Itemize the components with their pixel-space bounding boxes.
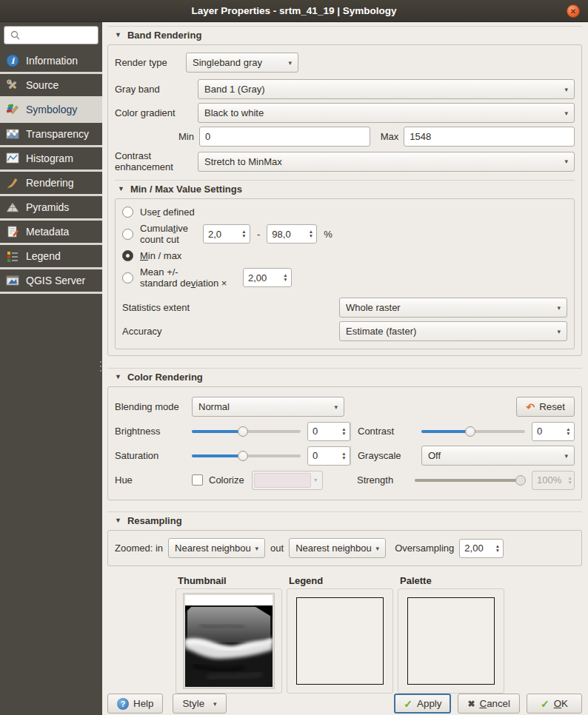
band-rendering-section: ▼ Band Rendering Render type Singleband … (107, 26, 582, 356)
spinner-buttons[interactable]: ▴▾ (305, 225, 316, 243)
sidebar-item-information[interactable]: i Information (0, 50, 102, 74)
histogram-icon (6, 152, 19, 165)
stddev-multiplier-spinbox[interactable]: 2,00 ▴▾ (243, 268, 292, 287)
contrast-slider[interactable] (421, 426, 525, 437)
splitter-handle[interactable] (100, 361, 101, 375)
thumbnail-image (183, 593, 275, 689)
sidebar-item-source[interactable]: Source (0, 74, 102, 98)
window-titlebar[interactable]: Layer Properties - srtm_41_19 | Symbolog… (0, 0, 588, 22)
sidebar-item-label: Metadata (26, 226, 69, 238)
tools-icon (6, 78, 19, 92)
sidebar-item-label: Source (26, 79, 59, 91)
spinner-buttons: ▴▾ (566, 471, 574, 489)
cumulative-count-cut-radio[interactable] (122, 229, 133, 240)
check-icon: ✓ (404, 698, 412, 710)
contrast-enhancement-dropdown[interactable]: Stretch to MinMax ▾ (198, 152, 575, 172)
sidebar-item-transparency[interactable]: Transparency (0, 123, 102, 147)
close-button[interactable]: ✕ (567, 4, 580, 18)
color-gradient-dropdown[interactable]: Black to white ▾ (198, 103, 575, 123)
grayscale-dropdown[interactable]: Off ▾ (421, 446, 575, 466)
user-defined-radio[interactable] (122, 207, 133, 218)
resampling-section: ▼ Resampling Zoomed: in Nearest neighbou… (107, 511, 582, 566)
sidebar-search-input[interactable] (4, 26, 98, 44)
accuracy-dropdown[interactable]: Estimate (faster) ▾ (339, 321, 567, 341)
reset-button[interactable]: ↶ Reset (516, 397, 575, 417)
slider-handle[interactable] (465, 426, 475, 437)
sidebar-item-metadata[interactable]: Metadata (0, 221, 102, 245)
collapse-arrow-icon[interactable]: ▼ (115, 374, 121, 380)
ok-label: OK (554, 698, 568, 709)
thumbnail-title: Thumbnail (178, 575, 282, 586)
symbology-icon (6, 103, 19, 116)
zoomed-out-dropdown[interactable]: Nearest neighbour ▾ (289, 538, 386, 558)
sidebar-item-pyramids[interactable]: Pyramids (0, 196, 102, 221)
brightness-label: Brightness (115, 426, 192, 437)
chevron-down-icon: ▾ (564, 158, 568, 165)
spinner-buttons[interactable]: ▴▾ (492, 540, 503, 557)
saturation-spinbox[interactable]: 0 ▴▾ (307, 446, 350, 466)
cumulative-high-spinbox[interactable]: 98,0 ▴▾ (267, 224, 317, 244)
sidebar-item-legend[interactable]: Legend (0, 245, 102, 269)
brightness-spinbox[interactable]: 0 ▴▾ (307, 422, 350, 441)
min-input[interactable]: 0 (199, 127, 370, 147)
layer-properties-dialog: Layer Properties - srtm_41_19 | Symbolog… (0, 0, 588, 715)
contrast-enhancement-label: Contrast enhancement (115, 150, 198, 172)
statistics-extent-dropdown[interactable]: Whole raster ▾ (339, 298, 567, 318)
slider-handle[interactable] (238, 451, 248, 461)
sidebar-item-histogram[interactable]: Histogram (0, 147, 102, 172)
max-input[interactable]: 1548 (404, 127, 575, 147)
zoomed-in-dropdown[interactable]: Nearest neighbour ▾ (168, 538, 265, 558)
qgis-server-icon (6, 274, 19, 287)
render-type-dropdown[interactable]: Singleband gray ▾ (186, 53, 298, 73)
slider-handle[interactable] (238, 426, 248, 437)
undo-icon: ↶ (526, 401, 535, 413)
legend-group: Legend (287, 575, 393, 694)
gray-band-dropdown[interactable]: Band 1 (Gray) ▾ (198, 79, 575, 99)
min-max-radio[interactable] (122, 250, 133, 261)
spinner-buttons[interactable]: ▴▾ (280, 269, 291, 286)
colorize-color-button[interactable]: ▾ (252, 471, 323, 490)
apply-button[interactable]: ✓ Apply (394, 694, 451, 714)
cancel-button[interactable]: ✖ Cancel (458, 694, 520, 714)
sidebar-item-symbology[interactable]: Symbology (0, 98, 102, 123)
spinner-buttons[interactable]: ▴▾ (338, 423, 350, 440)
strength-spinbox: 100% ▴▾ (532, 471, 575, 490)
saturation-slider[interactable] (192, 450, 301, 462)
contrast-label: Contrast (358, 426, 421, 437)
section-title: Resampling (127, 515, 182, 526)
legend-preview-box (296, 597, 384, 685)
sidebar-item-rendering[interactable]: Rendering (0, 172, 102, 196)
blending-mode-dropdown[interactable]: Normal ▾ (192, 397, 344, 417)
sidebar-item-qgis-server[interactable]: QGIS Server (0, 269, 102, 294)
cumulative-low-spinbox[interactable]: 2,0 ▴▾ (203, 224, 250, 244)
zoomed-in-label: Zoomed: in (115, 543, 163, 554)
chevron-down-icon: ▾ (311, 473, 321, 488)
palette-title: Palette (400, 575, 504, 586)
check-icon: ✓ (541, 698, 549, 710)
collapse-arrow-icon[interactable]: ▼ (115, 517, 121, 524)
max-label: Max (381, 131, 399, 142)
mean-stddev-radio[interactable] (122, 272, 133, 283)
brightness-slider[interactable] (192, 426, 301, 437)
strength-slider (415, 474, 525, 486)
metadata-icon (6, 225, 19, 238)
collapse-arrow-icon[interactable]: ▼ (118, 186, 124, 192)
color-rendering-header: ▼ Color Rendering (107, 369, 582, 386)
transparency-icon (6, 127, 19, 141)
accuracy-label: Accuracy (122, 326, 161, 337)
spinner-buttons[interactable]: ▴▾ (238, 225, 250, 243)
help-button[interactable]: ? Help (107, 694, 163, 714)
contrast-spinbox[interactable]: 0 ▴▾ (532, 422, 575, 441)
spinner-buttons[interactable]: ▴▾ (563, 423, 574, 440)
resampling-header: ▼ Resampling (107, 512, 582, 530)
colorize-checkbox[interactable] (192, 474, 203, 486)
min-max-label: Min / max (140, 250, 181, 261)
color-rendering-section: ▼ Color Rendering Blending mode Normal ▾ (107, 368, 582, 500)
spinner-buttons[interactable]: ▴▾ (338, 447, 350, 465)
legend-title: Legend (289, 575, 393, 586)
ok-button[interactable]: ✓ OK (527, 694, 582, 714)
style-button[interactable]: Style ▾ (173, 694, 226, 714)
collapse-arrow-icon[interactable]: ▼ (115, 32, 121, 38)
oversampling-spinbox[interactable]: 2,00 ▴▾ (459, 539, 504, 558)
saturation-label: Saturation (115, 450, 192, 461)
